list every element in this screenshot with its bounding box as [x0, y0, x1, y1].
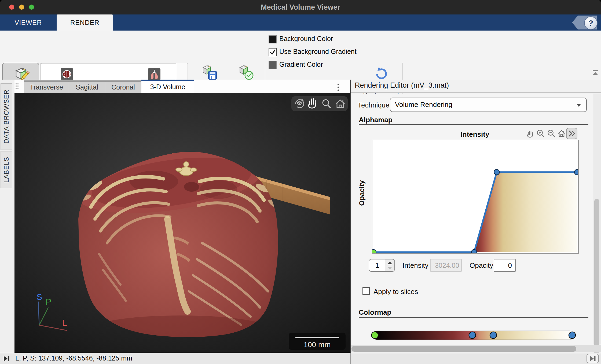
- alphamap-rule: [359, 124, 588, 125]
- background-color-swatch[interactable]: [269, 35, 277, 43]
- colormap-section-title: Colormap: [359, 308, 391, 317]
- alphamap-control-point-1[interactable]: [471, 250, 477, 253]
- double-chevron-icon: [567, 128, 577, 139]
- point-index-spinner[interactable]: 1: [369, 259, 386, 272]
- colormap-stop-3[interactable]: [569, 332, 576, 339]
- alphamap-chart-title: Intensity: [419, 130, 531, 139]
- collapse-ribbon-button[interactable]: [591, 70, 599, 76]
- colormap-stop-1[interactable]: [469, 332, 476, 339]
- left-sidebar: DATA BROWSER LABELS: [0, 80, 14, 353]
- alphamap-control-point-0[interactable]: [372, 250, 376, 253]
- alphamap-pan-icon[interactable]: [525, 129, 534, 138]
- expand-panel-button[interactable]: [587, 354, 599, 363]
- sidebar-tab-data-browser-label: DATA BROWSER: [3, 90, 10, 144]
- sidebar-tab-labels-label: LABELS: [3, 157, 10, 183]
- panel-title: Rendering Editor (mV_3.mat): [355, 81, 449, 90]
- app-window: Medical Volume Viewer VIEWER RENDER ? Re…: [0, 0, 601, 364]
- scale-bar-label: 100 mm: [303, 340, 331, 349]
- colormap-stop-2[interactable]: [490, 332, 497, 339]
- intensity-field[interactable]: -3024.00: [430, 259, 462, 272]
- colormap-rule: [359, 317, 588, 318]
- restore-background-icon: [373, 65, 389, 80]
- spinner-up-icon[interactable]: [387, 262, 392, 264]
- alphamap-zoom-in-icon[interactable]: [536, 129, 545, 138]
- view-tab-transverse[interactable]: Transverse: [24, 80, 69, 93]
- alphamap-control-point-3[interactable]: [574, 169, 578, 175]
- vertical-scrollbar-thumb[interactable]: [594, 199, 599, 364]
- panel-vertical-scrollbar[interactable]: [593, 94, 601, 344]
- sidebar-tab-labels[interactable]: LABELS: [1, 151, 12, 188]
- axis-label-l: L: [62, 318, 67, 328]
- tab-viewer[interactable]: VIEWER: [5, 14, 51, 31]
- volume-rendering-canvas: S P L 100 mm: [14, 93, 351, 353]
- ribbon-toolbar: Rendering Editor EDITOR MRI: [0, 31, 601, 80]
- apply-to-group-icon: [238, 64, 254, 81]
- mri-brain-icon: [61, 68, 73, 81]
- viewport-toolbar: [291, 96, 348, 111]
- technique-label: Technique: [358, 101, 390, 109]
- technique-caret-icon: [576, 104, 581, 107]
- check-icon: [269, 49, 276, 56]
- save-rendering-icon: [201, 64, 218, 81]
- horizontal-scrollbar-thumb[interactable]: [351, 346, 576, 352]
- alphamap-section-title: Alphamap: [359, 116, 393, 124]
- technique-value: Volume Rendering: [395, 101, 452, 109]
- view-tab-sagittal[interactable]: Sagittal: [69, 80, 105, 93]
- axis-label-p: P: [46, 297, 51, 307]
- gradient-color-swatch[interactable]: [269, 61, 277, 69]
- view-tab-coronal[interactable]: Coronal: [105, 80, 141, 93]
- opacity-field[interactable]: 0: [494, 259, 516, 272]
- tab-drag-handle-icon[interactable]: [14, 83, 20, 90]
- cursor-coordinates: L, P, S: 137.109, -68.5546, -88.125 mm: [15, 354, 132, 362]
- status-divider: [350, 353, 351, 364]
- alphamap-home-icon[interactable]: [557, 129, 566, 138]
- apply-to-slices-label: Apply to slices: [373, 288, 418, 296]
- skip-forward-icon: [589, 355, 596, 362]
- spinner-down-icon[interactable]: [387, 267, 392, 269]
- background-color-label: Background Color: [279, 35, 333, 43]
- intensity-field-label: Intensity: [402, 261, 428, 270]
- axis-label-s: S: [36, 292, 42, 302]
- window-title: Medical Volume Viewer: [0, 0, 601, 14]
- view-tab-3d-volume[interactable]: 3-D Volume: [141, 80, 194, 93]
- sidebar-tab-data-browser[interactable]: DATA BROWSER: [1, 83, 12, 150]
- alphamap-zoom-out-icon[interactable]: [547, 129, 556, 138]
- tab-render[interactable]: RENDER: [57, 14, 113, 31]
- colormap-stop-0[interactable]: [372, 332, 378, 339]
- scale-bar: 100 mm: [289, 333, 346, 350]
- opacity-field-label: Opacity: [470, 261, 493, 270]
- use-background-gradient-checkbox[interactable]: [269, 48, 277, 56]
- ct-lung-icon: [148, 68, 160, 81]
- toolstrip-tab-bar: VIEWER RENDER: [0, 14, 601, 31]
- help-button[interactable]: ?: [584, 16, 598, 30]
- alphamap-ylabel: Opacity: [358, 166, 366, 220]
- alphamap-expand-button[interactable]: [566, 128, 577, 139]
- alphamap-control-point-2[interactable]: [494, 169, 499, 175]
- apply-to-slices-checkbox[interactable]: [362, 287, 370, 295]
- titlebar: Medical Volume Viewer: [0, 0, 601, 14]
- collapse-statusbar-icon[interactable]: [3, 355, 10, 362]
- gradient-color-label: Gradient Color: [279, 60, 323, 69]
- use-background-gradient-label: Use Background Gradient: [279, 47, 357, 56]
- volume-viewport[interactable]: S P L 100 mm: [14, 93, 351, 353]
- tab-options-menu-icon[interactable]: [337, 83, 340, 92]
- view-tab-bar: Transverse Sagittal Coronal 3-D Volume: [11, 80, 351, 93]
- colormap-editor[interactable]: [370, 329, 581, 344]
- point-index-spinner-arrows[interactable]: [385, 259, 395, 272]
- alphamap-chart[interactable]: [372, 140, 579, 254]
